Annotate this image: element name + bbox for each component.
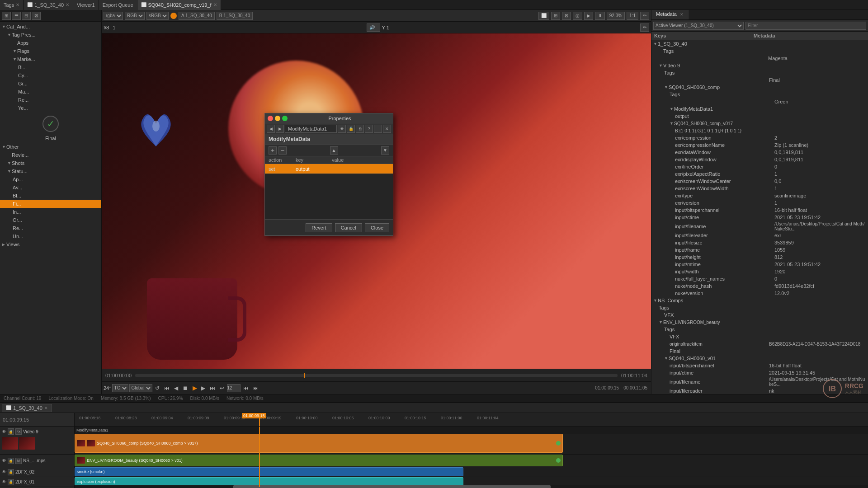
pen-btn[interactable]: ✏ (640, 23, 649, 32)
viewer-icon-6[interactable]: ⏸ (595, 12, 605, 20)
tree-item-flags[interactable]: ▼ Flags (0, 47, 101, 55)
left-toolbar-btn3[interactable]: ⊟ (22, 12, 31, 20)
tree-item-re2[interactable]: Re... (0, 224, 101, 232)
meta-row-displaywindow[interactable]: exr/displayWindow 0,0,1919,811 (651, 156, 868, 163)
meta-row-lineorder[interactable]: exr/lineOrder 0 (651, 163, 868, 170)
tab-sq3040[interactable]: ⬜ 1_SQ_30_40 ✕ (24, 0, 73, 10)
track-video9-lock[interactable]: 🔒 (8, 428, 14, 435)
tree-item-fi[interactable]: Fi... (0, 200, 101, 208)
tree-item-un[interactable]: Un... (0, 232, 101, 240)
dialog-nav-back[interactable]: ◀ (267, 125, 275, 133)
input-b-btn[interactable]: B 1_SQ_30_40 (217, 12, 253, 20)
meta-row-filereader[interactable]: input/filereader exr (651, 232, 868, 239)
metadata-filter-input[interactable] (745, 22, 866, 30)
meta-row-channels[interactable]: B:{1 0 1 1},G:{1 0 1 1},R:{1 0 1 1} (651, 127, 868, 134)
tree-item-re1[interactable]: Re... (0, 96, 101, 104)
speaker-btn[interactable]: 🔊 (367, 23, 380, 32)
step-fwd-btn[interactable]: ▶ (199, 384, 207, 392)
timeline-hscroll-thumb[interactable] (233, 485, 551, 488)
meta-row-env-final[interactable]: Final (651, 347, 868, 355)
tab-sq040-comp[interactable]: ⬜ SQ040_SH020_comp_v19_f ✕ (137, 0, 221, 10)
tab-tags[interactable]: Tags ✕ (0, 0, 24, 10)
meta-row-width[interactable]: input/width 1920 (651, 268, 868, 275)
tree-item-cat[interactable]: ▼ Cat_And... (0, 23, 101, 31)
left-toolbar-btn1[interactable]: ⊞ (2, 12, 11, 20)
track-2dfx01-lock[interactable]: 🔒 (8, 479, 14, 485)
tree-item-in[interactable]: In... (0, 208, 101, 216)
meta-row-height[interactable]: input/height 812 (651, 253, 868, 261)
dialog-settings-btn[interactable]: ✕ (383, 125, 391, 133)
track-video9-fx[interactable]: FX (15, 428, 22, 435)
meta-row-nscomps-tags[interactable]: Tags (651, 304, 868, 311)
tc-mode-select[interactable]: TC (112, 384, 128, 392)
meta-row-mtime[interactable]: input/mtime 2021-05-23 19:51:42 (651, 261, 868, 268)
meta-row-screenwidth[interactable]: exr/screenWindowWidth 1 (651, 185, 868, 192)
tree-item-or[interactable]: Or... (0, 216, 101, 224)
viewer-icon-7[interactable]: ✏ (640, 12, 649, 20)
meta-row-filename[interactable]: input/filename /Users/anais/Desktop/Proj… (651, 221, 868, 232)
left-toolbar-btn4[interactable]: ⊠ (32, 12, 41, 20)
meta-row-type[interactable]: exr/type scanlineimage (651, 192, 868, 199)
meta-row-datawindow[interactable]: exr/dataWindow 0,0,1919,811 (651, 149, 868, 156)
meta-row-nukeversion[interactable]: nuke/version 12.0v2 (651, 290, 868, 297)
track-2dfx01-eye[interactable]: 👁 (2, 479, 6, 484)
tree-item-other[interactable]: ▼ Other (0, 143, 101, 151)
meta-row-tags2[interactable]: Tags (651, 69, 868, 76)
timeline-hscrollbar[interactable] (75, 485, 868, 488)
loop2-btn[interactable]: ↩ (218, 384, 226, 392)
track-2dfx02-eye[interactable]: 👁 (2, 469, 6, 474)
clip-explosion[interactable]: explosion (explosion) (75, 477, 463, 486)
meta-row-layernames[interactable]: nuke/full_layer_names 0 (651, 275, 868, 282)
meta-row-compv017[interactable]: ▼ SQ040_SH0060_comp_v017 (651, 120, 868, 127)
meta-row-tags3[interactable]: Tags (651, 91, 868, 98)
track-ns-lock[interactable]: 🔒 (8, 458, 14, 464)
tab-sq3040-close[interactable]: ✕ (66, 2, 69, 7)
tree-item-views[interactable]: ▶ Views (0, 240, 101, 249)
meta-row-env-beauty[interactable]: ▼ ENV_LIVINGROOM_beauty (651, 319, 868, 326)
dialog-move-up-btn[interactable]: ▲ (330, 146, 338, 155)
dialog-close-footer-btn[interactable]: Close (365, 223, 389, 232)
tree-item-gr[interactable]: Gr... (0, 80, 101, 88)
meta-row-modifymeta1[interactable]: ▼ ModifyMetaData1 (651, 105, 868, 113)
dialog-eye-btn[interactable]: 👁 (338, 125, 346, 133)
dialog-lock-btn[interactable]: 🔒 (347, 125, 355, 133)
meta-row-ctime[interactable]: input/ctime 2021-05-23 19:51:42 (651, 214, 868, 221)
viewer-ratio[interactable]: 1:1 (627, 12, 638, 20)
next-frame-btn[interactable]: ⏭ (208, 384, 217, 392)
tab-viewer1[interactable]: Viewer1 (73, 0, 99, 10)
step-back-btn[interactable]: ◀ (172, 384, 180, 392)
meta-row-v01-ctime[interactable]: input/ctime 2021-09-15 19:31:45 (651, 369, 868, 376)
dialog-min-btn[interactable] (275, 116, 280, 121)
meta-row-version[interactable]: exr/version 1 (651, 199, 868, 206)
dialog-cancel-btn[interactable]: Cancel (335, 223, 362, 232)
dialog-max-btn[interactable] (282, 116, 288, 121)
meta-row-sh0060v01[interactable]: ▼ SQ040_SH0060_v01 (651, 355, 868, 362)
viewer-icon-1[interactable]: ⬜ (538, 12, 549, 20)
tree-item-bl[interactable]: Bl... (0, 63, 101, 71)
left-toolbar-btn2[interactable]: ☰ (12, 12, 21, 20)
color-picker-btn[interactable] (170, 13, 177, 19)
meta-row-sh0060comp[interactable]: ▼ SQ040_SH0060_comp (651, 84, 868, 91)
tree-item-av[interactable]: Av... (0, 183, 101, 192)
meta-row-compressionname[interactable]: exr/compressionName Zip (1 scanline) (651, 141, 868, 149)
active-viewer-select[interactable]: Active Viewer (1_SQ_30_40) (653, 22, 744, 30)
tab-sq040-close[interactable]: ✕ (213, 2, 217, 7)
meta-row-video9[interactable]: ▼ Video 9 (651, 62, 868, 69)
tree-item-apps[interactable]: Apps (0, 39, 101, 47)
track-2dfx02-lock[interactable]: 🔒 (8, 469, 14, 475)
meta-row-filesize[interactable]: input/filesize 3539859 (651, 239, 868, 246)
track-ns-mute[interactable]: M (15, 458, 22, 464)
dialog-move-down-btn[interactable]: ▼ (381, 146, 389, 155)
clip-env-beauty[interactable]: ENV_LIVINGROOM_beauty (SQ040_SH0060 > v0… (75, 455, 563, 466)
meta-row-magenta[interactable]: Magenta (651, 55, 868, 62)
meta-row-green[interactable]: Green (651, 98, 868, 105)
tree-item-tagpres[interactable]: ▼ Tag Pres... (0, 31, 101, 39)
play-back-btn[interactable]: ⏮ (241, 384, 250, 392)
timeline-tab-close[interactable]: ✕ (44, 406, 48, 410)
dialog-titlebar[interactable]: Properties (265, 113, 393, 123)
play-fwd2-btn[interactable]: ⏭ (251, 384, 260, 392)
tree-item-revie[interactable]: Revie... (0, 151, 101, 159)
viewer-icon-5[interactable]: ▶ (584, 12, 593, 20)
dialog-close-btn[interactable] (268, 116, 273, 121)
meta-row-compression[interactable]: exr/compression 2 (651, 134, 868, 141)
